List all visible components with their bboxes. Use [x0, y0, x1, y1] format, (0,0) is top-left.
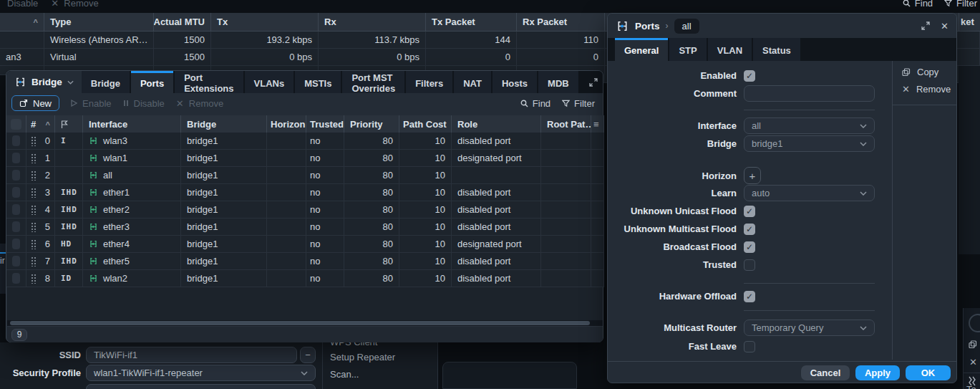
restore-icon[interactable] [921, 21, 930, 30]
tab-port-mst-overrides[interactable]: Port MST Overrides [342, 71, 404, 93]
copy-button[interactable]: Copy [902, 67, 938, 77]
unknown-unicast-flood-checkbox[interactable] [744, 206, 755, 217]
close-icon[interactable]: ✕ [969, 357, 977, 368]
enable-button[interactable]: Enable [71, 98, 111, 109]
row-checkbox[interactable] [12, 187, 20, 198]
multicast-router-select[interactable]: Temporary Query [744, 320, 875, 336]
filter-button-bg[interactable]: Filter [944, 0, 977, 9]
tab-ports[interactable]: Ports [131, 71, 173, 93]
drag-handle[interactable] [31, 274, 36, 284]
checkbox-cell[interactable] [6, 167, 26, 184]
find-button[interactable]: Find [520, 98, 550, 109]
checkbox-cell[interactable] [6, 133, 26, 150]
close-icon[interactable]: ✕ [941, 21, 949, 32]
comment-input[interactable] [744, 85, 875, 102]
dialog-tab-stp[interactable]: STP [669, 38, 706, 61]
remove-button-dialog[interactable]: ✕Remove [902, 84, 951, 95]
ssid-remove-button[interactable]: − [300, 347, 316, 363]
col-role[interactable]: Role [452, 115, 541, 134]
column-menu-icon[interactable]: ≡ [591, 115, 604, 134]
col-bridge[interactable]: Bridge [181, 115, 267, 134]
enabled-checkbox[interactable] [744, 70, 755, 82]
row-checkbox[interactable] [12, 204, 20, 215]
drag-handle[interactable] [31, 136, 36, 146]
col-horizon[interactable]: Horizon [267, 115, 306, 134]
table-row[interactable]: 8IDwlan2bridge1no8010disabled port [6, 270, 603, 287]
drag-handle[interactable] [31, 171, 36, 181]
checkbox-cell[interactable] [6, 236, 26, 253]
tab-mstis[interactable]: MSTIs [295, 71, 341, 93]
broadcast-flood-checkbox[interactable] [744, 241, 755, 253]
checkbox-cell[interactable] [6, 270, 26, 287]
checkbox-cell[interactable] [6, 184, 26, 201]
col-trusted[interactable]: Trusted [306, 115, 344, 134]
col-tx-packet[interactable]: Tx Packet [426, 13, 517, 32]
side-button-scan-[interactable]: Scan... [330, 369, 359, 380]
disable-button[interactable]: Disable [123, 98, 165, 109]
fast-leave-checkbox[interactable] [744, 341, 755, 352]
new-button[interactable]: New [11, 95, 59, 111]
col-actual-mtu[interactable]: Actual MTU [154, 13, 211, 32]
remove-button-bg[interactable]: ✕Remove [51, 0, 98, 9]
col-path-cost[interactable]: Path Cost [399, 115, 452, 134]
filter-button[interactable]: Filter [562, 98, 595, 109]
scrollbar-thumb[interactable] [10, 321, 590, 325]
dialog-tab-status[interactable]: Status [753, 38, 800, 61]
restore-icon[interactable] [589, 78, 598, 87]
tab-port-extensions[interactable]: Port Extensions [175, 71, 243, 93]
tab-nat[interactable]: NAT [454, 71, 491, 93]
drag-handle[interactable] [31, 239, 36, 249]
trusted-checkbox[interactable] [744, 259, 755, 271]
drag-handle[interactable] [31, 256, 36, 266]
table-row[interactable]: 5IHDether3bridge1no8010disabled port [6, 218, 603, 236]
col-num[interactable]: #^ [26, 115, 55, 134]
tab-filters[interactable]: Filters [406, 71, 452, 93]
row-checkbox[interactable] [12, 221, 20, 232]
bridge-title[interactable]: Bridge [6, 71, 82, 93]
ok-button[interactable]: OK [906, 365, 951, 380]
horizontal-scrollbar[interactable] [7, 320, 603, 326]
col-rx[interactable]: Rx [319, 13, 426, 32]
checkbox-cell[interactable] [6, 150, 26, 167]
select-all-checkbox[interactable] [6, 115, 26, 134]
row-checkbox[interactable] [12, 273, 20, 284]
disable-button-bg[interactable]: Disable [7, 0, 38, 9]
col-name[interactable]: ^ [0, 13, 44, 32]
col-flags[interactable] [55, 115, 83, 134]
unknown-multicast-flood-checkbox[interactable] [744, 224, 755, 235]
row-checkbox[interactable] [12, 170, 20, 181]
table-row[interactable]: 4IHDether2bridge1no8010disabled port [6, 201, 603, 218]
horizon-add-button[interactable]: + [744, 167, 761, 184]
drag-handle[interactable] [31, 222, 36, 232]
dialog-tab-general[interactable]: General [615, 38, 668, 61]
table-row[interactable]: 0Iwlan3bridge1no8010disabled port [6, 133, 603, 150]
tab-bridge[interactable]: Bridge [82, 71, 130, 93]
row-checkbox[interactable] [12, 256, 20, 266]
apply-button[interactable]: Apply [855, 365, 900, 380]
table-row[interactable]: 2allbridge1no8010 [6, 167, 603, 184]
remove-button[interactable]: ✕Remove [176, 98, 223, 109]
cancel-button[interactable]: Cancel [801, 365, 850, 380]
interface-select[interactable]: all [744, 117, 875, 134]
security-profile-select[interactable]: wlan1-TikWiFi-if1-repeater [86, 365, 316, 381]
col-priority[interactable]: Priority [344, 115, 399, 134]
checkbox-cell[interactable] [6, 253, 26, 270]
find-button-bg[interactable]: Find [903, 0, 933, 9]
col-tx[interactable]: Tx [211, 13, 319, 32]
table-row[interactable]: 1wlan1bridge1no8010designated port [6, 150, 603, 167]
drag-handle[interactable] [31, 153, 36, 163]
col-type[interactable]: Type [44, 13, 154, 32]
dialog-tab-vlan[interactable]: VLAN [708, 38, 752, 61]
row-checkbox[interactable] [12, 153, 20, 163]
col-rx-packet[interactable]: Rx Packet [517, 13, 605, 32]
bridge-select[interactable]: bridge1 [744, 135, 875, 152]
table-row[interactable]: 3IHDether1bridge1no8010disabled port [6, 184, 603, 201]
ssid-input[interactable]: TikWiFi-if1 [86, 347, 297, 363]
hardware-offload-checkbox[interactable] [744, 291, 755, 302]
table-row[interactable]: 6HDether4bridge1no8010designated port [6, 236, 603, 253]
row-checkbox[interactable] [12, 239, 20, 249]
copy-icon[interactable] [969, 340, 977, 349]
row-checkbox[interactable] [12, 135, 20, 146]
checkbox-cell[interactable] [6, 218, 26, 236]
checkbox-cell[interactable] [6, 201, 26, 218]
